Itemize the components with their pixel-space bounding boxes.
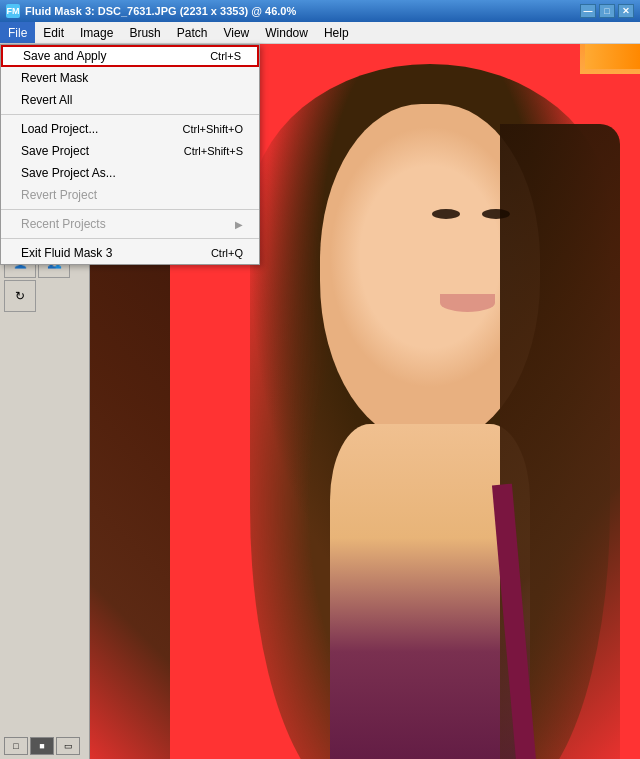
app-icon-text: FM [7,6,20,16]
menu-window[interactable]: Window [257,22,316,43]
menu-recent-projects[interactable]: Recent Projects ▶ [1,213,259,235]
title-controls: — □ ✕ [580,4,634,18]
close-button[interactable]: ✕ [618,4,634,18]
menu-save-project-as[interactable]: Save Project As... [1,162,259,184]
view-buttons-section: □ ■ ▭ [4,737,85,755]
menu-revert-project: Revert Project [1,184,259,206]
title-bar: FM Fluid Mask 3: DSC_7631.JPG (2231 x 33… [0,0,640,22]
separator-3 [1,238,259,239]
cutout-bar [585,44,640,69]
recent-projects-label: Recent Projects [21,217,106,231]
menu-help[interactable]: Help [316,22,357,43]
menu-bar: File Save and Apply Ctrl+S Revert Mask R… [0,22,640,44]
menu-patch[interactable]: Patch [169,22,216,43]
swap-tool[interactable]: ↻ [4,280,36,312]
save-project-shortcut: Ctrl+Shift+S [184,145,243,157]
revert-project-label: Revert Project [21,188,97,202]
eye-right [482,209,510,219]
save-apply-label: Save and Apply [23,49,106,63]
view-btn-3[interactable]: ▭ [56,737,80,755]
menu-load-project[interactable]: Load Project... Ctrl+Shift+O [1,118,259,140]
menu-file[interactable]: File Save and Apply Ctrl+S Revert Mask R… [0,22,35,43]
save-project-as-label: Save Project As... [21,166,116,180]
view-btn-2[interactable]: ■ [30,737,54,755]
view-buttons-row: □ ■ ▭ [4,737,85,755]
menu-edit[interactable]: Edit [35,22,72,43]
menu-save-apply[interactable]: Save and Apply Ctrl+S [1,45,259,67]
exit-label: Exit Fluid Mask 3 [21,246,112,260]
app-icon: FM [6,4,20,18]
window-title: Fluid Mask 3: DSC_7631.JPG (2231 x 3353)… [25,5,296,17]
revert-all-label: Revert All [21,93,72,107]
menu-brush[interactable]: Brush [121,22,168,43]
mouth [440,294,495,312]
menu-exit[interactable]: Exit Fluid Mask 3 Ctrl+Q [1,242,259,264]
maximize-button[interactable]: □ [599,4,615,18]
submenu-arrow-icon: ▶ [235,219,243,230]
menu-revert-mask[interactable]: Revert Mask [1,67,259,89]
exit-shortcut: Ctrl+Q [211,247,243,259]
toolbar-row-6: ↻ [4,280,85,312]
load-project-shortcut: Ctrl+Shift+O [182,123,243,135]
separator-1 [1,114,259,115]
menu-save-project[interactable]: Save Project Ctrl+Shift+S [1,140,259,162]
save-project-label: Save Project [21,144,89,158]
menu-image[interactable]: Image [72,22,121,43]
load-project-label: Load Project... [21,122,98,136]
revert-mask-label: Revert Mask [21,71,88,85]
file-dropdown-menu: Save and Apply Ctrl+S Revert Mask Revert… [0,44,260,265]
save-apply-shortcut: Ctrl+S [210,50,241,62]
eye-left [432,209,460,219]
minimize-button[interactable]: — [580,4,596,18]
separator-2 [1,209,259,210]
menu-view[interactable]: View [215,22,257,43]
view-btn-1[interactable]: □ [4,737,28,755]
menu-revert-all[interactable]: Revert All [1,89,259,111]
